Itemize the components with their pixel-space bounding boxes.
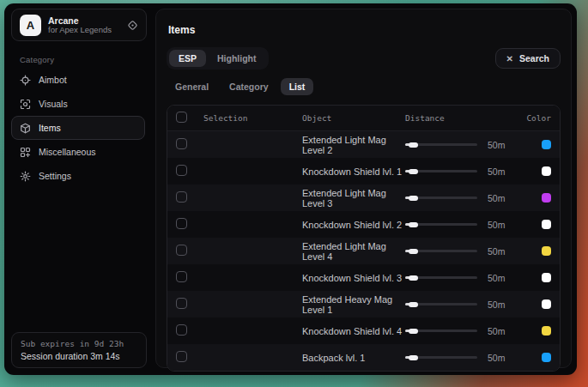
table-row: Knockdown Shield lvl. 3 50m [167,264,560,291]
color-swatch[interactable] [542,299,551,309]
app-window: A Arcane for Apex Legends Category Aimbo… [4,3,577,375]
sidebar: A Arcane for Apex Legends Category Aimbo… [4,3,152,375]
view-tab-list[interactable]: List [281,78,314,95]
slider-thumb[interactable] [409,275,418,281]
slider-thumb[interactable] [409,169,418,174]
row-checkbox[interactable] [176,138,187,149]
column-header-color: Color [518,113,551,123]
color-swatch[interactable] [542,353,551,362]
diamond-badge-icon[interactable] [127,20,138,31]
object-label: Knockdown Shield lvl. 4 [302,326,405,336]
table-row: Knockdown Shield lvl. 4 50m [167,317,560,344]
table-row: Knockdown Shield lvl. 2 50m [167,211,560,238]
miscellaneous-icon [20,147,31,158]
color-swatch[interactable] [542,220,551,229]
app-subtitle: for Apex Legends [48,26,112,35]
table-row: Extended Heavy Mag Level 1 50m [167,291,560,317]
sidebar-item-label: Items [39,123,61,133]
distance-slider[interactable] [405,274,477,282]
distance-value: 50m [488,193,505,203]
sidebar-item-label: Visuals [39,99,68,109]
column-header-selection: Selection [203,113,302,123]
slider-thumb[interactable] [409,196,418,201]
distance-value: 50m [488,166,505,177]
distance-slider[interactable] [405,167,477,176]
color-swatch[interactable] [542,246,551,256]
sidebar-item-settings[interactable]: Settings [11,164,145,188]
object-label: Extended Heavy Mag Level 1 [302,294,405,315]
search-button-label: Search [519,53,549,63]
row-checkbox[interactable] [176,245,187,256]
sub-expiry-text: Sub expires in 9d 23h [21,339,137,348]
distance-value: 50m [488,246,505,257]
search-shortcut-icon: ✕ [506,54,513,63]
sidebar-item-label: Settings [39,171,71,181]
table-row: Extended Light Mag Level 4 50m [167,238,560,264]
object-label: Extended Light Mag Level 4 [302,241,405,262]
tab-highlight[interactable]: Highlight [208,50,266,67]
distance-value: 50m [488,273,505,283]
object-label: Knockdown Shield lvl. 1 [302,166,405,177]
slider-thumb[interactable] [409,329,418,334]
distance-slider[interactable] [405,194,477,203]
distance-slider[interactable] [405,300,477,309]
view-tab-category[interactable]: Category [221,78,277,95]
distance-slider[interactable] [405,221,477,229]
slider-thumb[interactable] [409,142,418,148]
column-header-distance: Distance [405,113,518,123]
distance-slider[interactable] [405,354,477,362]
row-checkbox[interactable] [176,324,187,336]
tab-esp[interactable]: ESP [169,50,206,67]
app-title: Arcane [48,15,112,26]
object-label: Extended Light Mag Level 3 [302,188,405,209]
object-label: Knockdown Shield lvl. 2 [302,220,405,230]
row-checkbox[interactable] [176,351,187,362]
table-row: Knockdown Shield lvl. 1 50m [167,158,560,184]
color-swatch[interactable] [542,166,551,176]
sidebar-item-items[interactable]: Items [11,116,145,140]
table-row: Extended Light Mag Level 2 50m [167,131,560,158]
status-card: Sub expires in 9d 23h Session duration 3… [11,332,147,368]
color-swatch[interactable] [542,273,551,282]
distance-value: 50m [488,353,505,363]
main-panel: Items ESPHighlight ✕ Search GeneralCateg… [155,9,572,368]
row-checkbox[interactable] [176,298,187,309]
table-row: Backpack lvl. 1 50m [167,344,560,371]
row-checkbox[interactable] [176,165,187,176]
sidebar-item-aimbot[interactable]: Aimbot [11,68,145,92]
object-label: Backpack lvl. 1 [302,353,405,363]
sidebar-item-visuals[interactable]: Visuals [11,92,145,116]
items-table: Selection Object Distance Color Extended… [167,105,561,372]
distance-slider[interactable] [405,141,477,149]
distance-value: 50m [488,299,505,310]
slider-thumb[interactable] [409,222,418,227]
column-header-object: Object [302,113,405,123]
distance-value: 50m [488,220,505,230]
row-checkbox[interactable] [176,271,187,282]
page-title: Items [168,24,561,36]
color-swatch[interactable] [542,193,551,203]
slider-thumb[interactable] [409,302,418,307]
view-tab-general[interactable]: General [167,78,217,95]
distance-value: 50m [488,326,505,336]
color-swatch[interactable] [542,140,551,149]
aimbot-icon [20,75,31,86]
row-checkbox[interactable] [176,191,187,203]
distance-slider[interactable] [405,327,477,336]
sidebar-section-label: Category [20,55,152,64]
slider-thumb[interactable] [409,249,418,254]
sidebar-item-miscellaneous[interactable]: Miscellaneous [11,140,145,164]
select-all-checkbox[interactable] [176,112,187,123]
table-body: Extended Light Mag Level 2 50m Knockdown… [167,131,560,371]
color-swatch[interactable] [542,326,551,336]
row-checkbox[interactable] [176,218,187,229]
logo-card: A Arcane for Apex Legends [11,9,147,41]
table-row: Extended Light Mag Level 3 50m [167,184,560,211]
sidebar-item-label: Aimbot [39,75,67,85]
distance-slider[interactable] [405,247,477,256]
object-label: Extended Light Mag Level 2 [302,135,405,155]
search-button[interactable]: ✕ Search [495,48,561,69]
app-logo: A [20,15,41,36]
slider-thumb[interactable] [409,355,418,360]
mode-tab-group: ESPHighlight [167,47,269,70]
